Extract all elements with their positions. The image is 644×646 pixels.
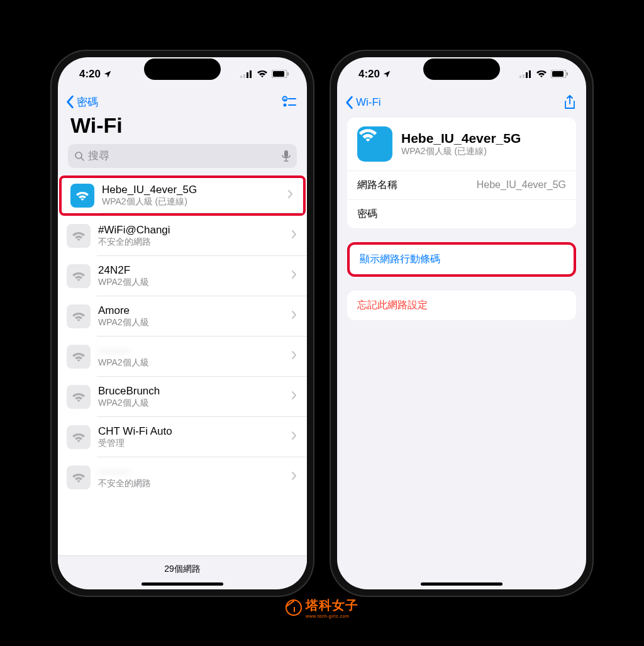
- status-time: 4:20: [358, 68, 380, 81]
- wifi-icon: [67, 465, 91, 489]
- network-security: WPA2個人級: [98, 317, 291, 328]
- row-text: BruceBrunch WPA2個人級: [98, 384, 291, 409]
- home-indicator[interactable]: [421, 582, 502, 586]
- svg-rect-15: [523, 74, 525, 78]
- microphone-icon[interactable]: [282, 150, 291, 162]
- share-button[interactable]: [564, 95, 576, 110]
- watermark-url: www.tech-girlz.com: [306, 614, 358, 618]
- wifi-icon: [357, 126, 392, 162]
- filter-button[interactable]: [282, 96, 297, 108]
- nav-bar: 密碼: [58, 91, 307, 111]
- chevron-right-icon: [287, 189, 293, 201]
- nav-bar: Wi-Fi: [337, 91, 586, 111]
- network-row[interactable]: Hebe_IU_4ever_5G WPA2個人級 (已連線): [59, 175, 306, 216]
- battery-icon: [272, 70, 289, 78]
- row-text: Hebe_IU_4ever_5G WPA2個人級 (已連線): [102, 183, 287, 208]
- wifi-status-icon: [257, 70, 268, 78]
- network-title: Hebe_IU_4ever_5G: [401, 131, 521, 146]
- network-name: CHT Wi-Fi Auto: [98, 425, 291, 438]
- back-label: 密碼: [77, 95, 98, 109]
- chevron-right-icon: [291, 471, 297, 483]
- screen-left: 4:20 密碼 Wi-Fi 搜尋: [58, 57, 307, 589]
- qr-action-group: 顯示網路行動條碼: [347, 242, 576, 277]
- chevron-right-icon: [291, 230, 297, 242]
- svg-rect-20: [567, 72, 568, 75]
- network-security: WPA2個人級: [98, 398, 291, 409]
- list-footer-section: 29個網路: [58, 555, 307, 589]
- chevron-right-icon: [291, 431, 297, 443]
- svg-rect-14: [519, 75, 521, 78]
- chevron-right-icon: [291, 391, 297, 403]
- dynamic-island: [423, 58, 500, 80]
- wifi-status-icon: [536, 70, 547, 78]
- network-row[interactable]: 24N2F WPA2個人級: [58, 256, 307, 296]
- row-text: #WiFi@Changi 不安全的網路: [98, 223, 291, 248]
- wifi-icon: [67, 224, 91, 248]
- network-name: Hebe_IU_4ever_5G: [102, 183, 287, 196]
- svg-rect-6: [287, 72, 289, 75]
- network-row[interactable]: ——— 不安全的網路: [58, 457, 307, 498]
- wifi-icon: [67, 425, 91, 449]
- row-text: CHT Wi-Fi Auto 受管理: [98, 425, 291, 449]
- network-row[interactable]: #WiFi@Changi 不安全的網路: [58, 216, 307, 256]
- back-button[interactable]: Wi-Fi: [343, 96, 381, 109]
- network-row[interactable]: BruceBrunch WPA2個人級: [58, 377, 307, 417]
- show-qr-button[interactable]: 顯示網路行動條碼: [350, 245, 574, 274]
- network-name: BruceBrunch: [98, 384, 291, 398]
- status-time: 4:20: [79, 68, 101, 81]
- spacer: [337, 320, 586, 581]
- network-name: 24N2F: [98, 264, 291, 277]
- row-text: ——— WPA2個人級: [98, 344, 291, 369]
- page-title: Wi-Fi: [58, 111, 307, 144]
- forget-network-button[interactable]: 忘記此網路設定: [347, 291, 576, 320]
- location-arrow-icon: [103, 70, 112, 79]
- home-indicator[interactable]: [142, 582, 223, 586]
- forget-action-group: 忘記此網路設定: [347, 291, 576, 320]
- chevron-right-icon: [291, 310, 297, 322]
- svg-rect-17: [529, 70, 531, 78]
- cellular-signal-icon: [240, 70, 253, 78]
- password-label: 密碼: [357, 208, 377, 221]
- network-list: Hebe_IU_4ever_5G WPA2個人級 (已連線) #WiFi@Cha…: [58, 175, 307, 555]
- phone-left: 4:20 密碼 Wi-Fi 搜尋: [50, 50, 314, 597]
- network-security: WPA2個人級 (已連線): [102, 196, 287, 208]
- svg-rect-1: [243, 74, 245, 78]
- search-icon: [74, 151, 84, 161]
- row-text: 24N2F WPA2個人級: [98, 264, 291, 288]
- wifi-icon: [70, 184, 94, 208]
- network-subtitle: WPA2個人級 (已連線): [401, 146, 521, 157]
- location-arrow-icon: [382, 70, 391, 79]
- network-header: Hebe_IU_4ever_5G WPA2個人級 (已連線): [347, 118, 576, 170]
- svg-rect-16: [526, 72, 528, 78]
- search-input[interactable]: 搜尋: [68, 144, 297, 168]
- network-name-row[interactable]: 網路名稱 Hebe_IU_4ever_5G: [347, 170, 576, 199]
- svg-rect-19: [552, 71, 564, 77]
- row-text: Amore WPA2個人級: [98, 304, 291, 328]
- password-row[interactable]: 密碼: [347, 199, 576, 228]
- cellular-signal-icon: [519, 70, 532, 78]
- network-name-label: 網路名稱: [357, 179, 397, 192]
- svg-rect-0: [240, 75, 242, 78]
- network-name: #WiFi@Changi: [98, 223, 291, 237]
- wifi-icon: [67, 345, 91, 369]
- network-row[interactable]: Amore WPA2個人級: [58, 296, 307, 337]
- network-name: Amore: [98, 304, 291, 317]
- chevron-left-icon: [64, 95, 75, 109]
- network-security: 不安全的網路: [98, 237, 291, 248]
- svg-line-12: [81, 158, 84, 160]
- network-row[interactable]: CHT Wi-Fi Auto 受管理: [58, 417, 307, 457]
- wifi-icon: [67, 264, 91, 288]
- back-label: Wi-Fi: [356, 96, 381, 109]
- share-icon: [564, 95, 576, 110]
- network-row[interactable]: ——— WPA2個人級: [58, 337, 307, 377]
- network-name-value: Hebe_IU_4ever_5G: [477, 179, 566, 191]
- search-placeholder: 搜尋: [88, 148, 109, 163]
- chevron-right-icon: [291, 350, 297, 362]
- back-button[interactable]: 密碼: [64, 95, 98, 109]
- phone-right: 4:20 Wi-Fi H: [330, 50, 594, 597]
- network-count: 29個網路: [58, 555, 307, 581]
- svg-point-9: [284, 104, 287, 107]
- svg-rect-2: [247, 72, 248, 78]
- network-detail-card: Hebe_IU_4ever_5G WPA2個人級 (已連線) 網路名稱 Hebe…: [347, 118, 576, 228]
- svg-rect-3: [250, 70, 252, 78]
